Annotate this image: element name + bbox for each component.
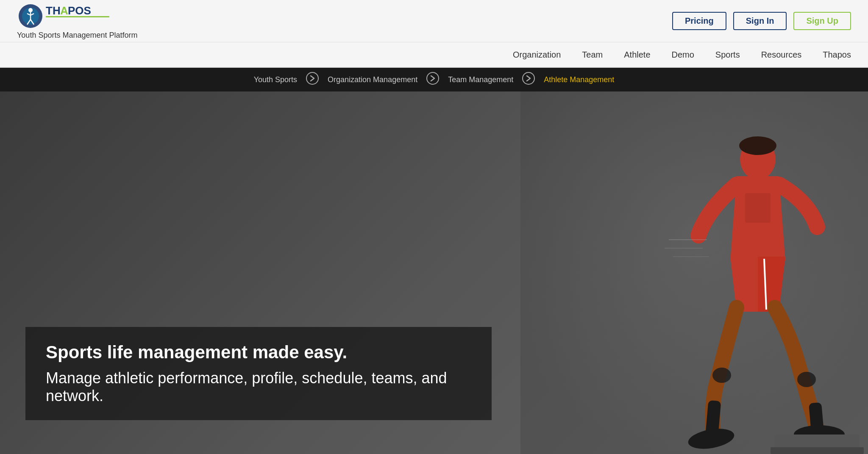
svg-point-14 xyxy=(523,72,534,84)
tagline: Youth Sports Management Platform xyxy=(17,31,138,40)
pricing-button[interactable]: Pricing xyxy=(672,12,726,30)
step-label: Youth Sports xyxy=(254,75,297,84)
svg-point-17 xyxy=(739,136,776,155)
svg-point-13 xyxy=(427,72,439,84)
logo[interactable]: TH A POS xyxy=(17,3,110,30)
svg-point-24 xyxy=(712,368,731,383)
step-label: Athlete Management xyxy=(544,75,614,84)
step-arrow-1 xyxy=(306,72,319,88)
top-bar: TH A POS Youth Sports Management Platfor… xyxy=(0,0,868,42)
nav-organization[interactable]: Organization xyxy=(513,50,561,60)
step-organization-mgmt[interactable]: Organization Management xyxy=(328,75,417,84)
hero-content: Sports life management made easy. Manage… xyxy=(25,327,492,420)
svg-rect-23 xyxy=(745,193,771,223)
hero-title: Sports life management made easy. xyxy=(46,342,471,363)
signin-button[interactable]: Sign In xyxy=(733,12,787,30)
svg-text:TH: TH xyxy=(46,4,61,17)
signup-button[interactable]: Sign Up xyxy=(793,12,851,30)
svg-rect-27 xyxy=(809,402,824,433)
nav-athlete[interactable]: Athlete xyxy=(624,50,650,60)
nav-team[interactable]: Team xyxy=(582,50,603,60)
svg-rect-11 xyxy=(46,16,109,17)
svg-text:A: A xyxy=(60,4,68,17)
step-athlete-mgmt[interactable]: Athlete Management xyxy=(544,75,614,84)
step-arrow-2 xyxy=(426,72,440,88)
hero-subtitle: Manage athletic performance, profile, sc… xyxy=(46,369,471,405)
step-arrow-3 xyxy=(522,72,535,88)
step-bar: Youth Sports Organization Management Tea… xyxy=(0,68,868,91)
svg-rect-21 xyxy=(775,435,860,447)
svg-point-2 xyxy=(28,8,33,12)
svg-point-12 xyxy=(306,72,318,84)
hero-section: Sports life management made easy. Manage… xyxy=(0,91,868,454)
step-label: Organization Management xyxy=(328,75,417,84)
svg-rect-22 xyxy=(771,447,864,454)
athlete-image xyxy=(520,91,868,454)
nav-resources[interactable]: Resources xyxy=(761,50,802,60)
svg-point-25 xyxy=(797,372,816,387)
step-team-mgmt[interactable]: Team Management xyxy=(448,75,513,84)
main-nav: Organization Team Athlete Demo Sports Re… xyxy=(0,42,868,68)
logo-area: TH A POS Youth Sports Management Platfor… xyxy=(17,3,138,40)
step-youth-sports[interactable]: Youth Sports xyxy=(254,75,297,84)
nav-thapos[interactable]: Thapos xyxy=(823,50,851,60)
step-label: Team Management xyxy=(448,75,513,84)
nav-demo[interactable]: Demo xyxy=(672,50,694,60)
top-right-actions: Pricing Sign In Sign Up xyxy=(672,12,851,30)
svg-text:POS: POS xyxy=(68,4,91,17)
nav-sports[interactable]: Sports xyxy=(715,50,740,60)
